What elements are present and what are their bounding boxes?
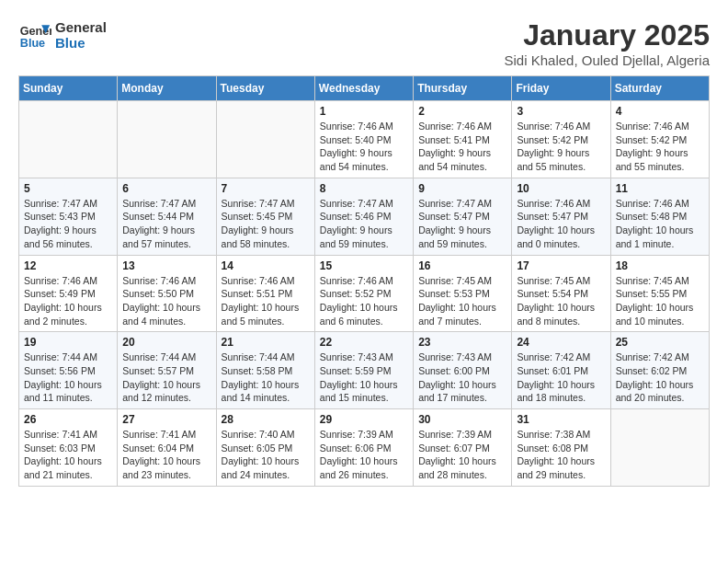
- day-number: 16: [418, 259, 506, 272]
- day-number: 24: [517, 336, 605, 349]
- header-sunday: Sunday: [19, 76, 118, 101]
- logo-line2: Blue: [55, 35, 107, 51]
- day-number: 17: [517, 259, 605, 272]
- header-monday: Monday: [118, 76, 216, 101]
- day-info: Sunrise: 7:47 AMSunset: 5:46 PMDaylight:…: [320, 197, 408, 251]
- calendar-cell: 21Sunrise: 7:44 AMSunset: 5:58 PMDayligh…: [216, 332, 314, 409]
- day-number: 13: [122, 259, 210, 272]
- calendar-cell: 17Sunrise: 7:45 AMSunset: 5:54 PMDayligh…: [512, 255, 610, 332]
- calendar-cell: 7Sunrise: 7:47 AMSunset: 5:45 PMDaylight…: [216, 178, 314, 255]
- calendar-cell: 19Sunrise: 7:44 AMSunset: 5:56 PMDayligh…: [19, 332, 118, 409]
- day-info: Sunrise: 7:43 AMSunset: 5:59 PMDaylight:…: [320, 350, 408, 405]
- day-info: Sunrise: 7:46 AMSunset: 5:49 PMDaylight:…: [24, 274, 112, 328]
- day-number: 31: [517, 413, 605, 426]
- day-number: 23: [418, 336, 506, 349]
- header-tuesday: Tuesday: [216, 76, 314, 101]
- day-info: Sunrise: 7:46 AMSunset: 5:41 PMDaylight:…: [418, 120, 506, 174]
- day-info: Sunrise: 7:47 AMSunset: 5:44 PMDaylight:…: [122, 197, 210, 251]
- day-number: 30: [418, 413, 506, 426]
- day-number: 20: [122, 336, 210, 349]
- calendar-cell: 22Sunrise: 7:43 AMSunset: 5:59 PMDayligh…: [314, 332, 413, 409]
- day-info: Sunrise: 7:45 AMSunset: 5:54 PMDaylight:…: [517, 274, 605, 328]
- header-thursday: Thursday: [414, 76, 512, 101]
- day-info: Sunrise: 7:38 AMSunset: 6:08 PMDaylight:…: [517, 428, 605, 482]
- calendar-cell: 1Sunrise: 7:46 AMSunset: 5:40 PMDaylight…: [314, 101, 413, 178]
- day-number: 11: [616, 182, 704, 195]
- day-info: Sunrise: 7:46 AMSunset: 5:42 PMDaylight:…: [517, 120, 605, 174]
- calendar-cell: 13Sunrise: 7:46 AMSunset: 5:50 PMDayligh…: [118, 255, 216, 332]
- day-number: 27: [122, 413, 210, 426]
- day-number: 19: [24, 336, 112, 349]
- calendar-cell: 20Sunrise: 7:44 AMSunset: 5:57 PMDayligh…: [118, 332, 216, 409]
- day-info: Sunrise: 7:39 AMSunset: 6:07 PMDaylight:…: [418, 428, 506, 482]
- day-number: 5: [24, 182, 112, 195]
- calendar-cell: 28Sunrise: 7:40 AMSunset: 6:05 PMDayligh…: [216, 409, 314, 487]
- calendar-cell: 6Sunrise: 7:47 AMSunset: 5:44 PMDaylight…: [118, 178, 216, 255]
- day-info: Sunrise: 7:44 AMSunset: 5:58 PMDaylight:…: [222, 350, 310, 405]
- calendar-cell: 30Sunrise: 7:39 AMSunset: 6:07 PMDayligh…: [414, 409, 512, 487]
- day-info: Sunrise: 7:45 AMSunset: 5:55 PMDaylight:…: [616, 274, 704, 328]
- logo-line1: General: [55, 19, 107, 35]
- day-info: Sunrise: 7:47 AMSunset: 5:45 PMDaylight:…: [222, 197, 310, 251]
- calendar-cell: 16Sunrise: 7:45 AMSunset: 5:53 PMDayligh…: [414, 255, 512, 332]
- calendar-week-row: 26Sunrise: 7:41 AMSunset: 6:03 PMDayligh…: [19, 409, 710, 487]
- calendar-cell: 27Sunrise: 7:41 AMSunset: 6:04 PMDayligh…: [118, 409, 216, 487]
- day-info: Sunrise: 7:46 AMSunset: 5:50 PMDaylight:…: [122, 274, 210, 328]
- calendar-cell: [19, 101, 118, 178]
- day-number: 18: [616, 259, 704, 272]
- svg-text:Blue: Blue: [20, 37, 45, 50]
- calendar-cell: 3Sunrise: 7:46 AMSunset: 5:42 PMDaylight…: [512, 101, 610, 178]
- calendar-cell: [216, 101, 314, 178]
- day-info: Sunrise: 7:47 AMSunset: 5:47 PMDaylight:…: [418, 197, 506, 251]
- day-info: Sunrise: 7:41 AMSunset: 6:04 PMDaylight:…: [122, 428, 210, 482]
- day-number: 21: [222, 336, 310, 349]
- header: General Blue General Blue January 2025 S…: [18, 18, 710, 68]
- calendar-cell: 15Sunrise: 7:46 AMSunset: 5:52 PMDayligh…: [314, 255, 413, 332]
- calendar-cell: 8Sunrise: 7:47 AMSunset: 5:46 PMDaylight…: [314, 178, 413, 255]
- day-number: 9: [418, 182, 506, 195]
- calendar-cell: 23Sunrise: 7:43 AMSunset: 6:00 PMDayligh…: [414, 332, 512, 409]
- day-number: 1: [320, 105, 408, 118]
- calendar-cell: [118, 101, 216, 178]
- calendar-cell: 9Sunrise: 7:47 AMSunset: 5:47 PMDaylight…: [414, 178, 512, 255]
- calendar-cell: 31Sunrise: 7:38 AMSunset: 6:08 PMDayligh…: [512, 409, 610, 487]
- calendar-cell: 25Sunrise: 7:42 AMSunset: 6:02 PMDayligh…: [610, 332, 709, 409]
- day-info: Sunrise: 7:46 AMSunset: 5:51 PMDaylight:…: [222, 274, 310, 328]
- day-number: 29: [320, 413, 408, 426]
- day-number: 8: [320, 182, 408, 195]
- logo: General Blue General Blue: [18, 18, 107, 52]
- day-number: 3: [517, 105, 605, 118]
- calendar-cell: 18Sunrise: 7:45 AMSunset: 5:55 PMDayligh…: [610, 255, 709, 332]
- day-number: 25: [616, 336, 704, 349]
- day-number: 28: [222, 413, 310, 426]
- calendar-week-row: 1Sunrise: 7:46 AMSunset: 5:40 PMDaylight…: [19, 101, 710, 178]
- calendar-header-row: SundayMondayTuesdayWednesdayThursdayFrid…: [19, 76, 710, 101]
- calendar-cell: 29Sunrise: 7:39 AMSunset: 6:06 PMDayligh…: [314, 409, 413, 487]
- day-info: Sunrise: 7:39 AMSunset: 6:06 PMDaylight:…: [320, 428, 408, 482]
- calendar-table: SundayMondayTuesdayWednesdayThursdayFrid…: [18, 75, 710, 487]
- calendar-cell: 11Sunrise: 7:46 AMSunset: 5:48 PMDayligh…: [610, 178, 709, 255]
- day-number: 14: [222, 259, 310, 272]
- calendar-cell: 10Sunrise: 7:46 AMSunset: 5:47 PMDayligh…: [512, 178, 610, 255]
- logo-icon: General Blue: [18, 18, 51, 52]
- day-number: 6: [122, 182, 210, 195]
- calendar-week-row: 5Sunrise: 7:47 AMSunset: 5:43 PMDaylight…: [19, 178, 710, 255]
- calendar-cell: 12Sunrise: 7:46 AMSunset: 5:49 PMDayligh…: [19, 255, 118, 332]
- day-number: 4: [616, 105, 704, 118]
- day-info: Sunrise: 7:40 AMSunset: 6:05 PMDaylight:…: [222, 428, 310, 482]
- day-info: Sunrise: 7:46 AMSunset: 5:48 PMDaylight:…: [616, 197, 704, 251]
- day-info: Sunrise: 7:44 AMSunset: 5:57 PMDaylight:…: [122, 350, 210, 405]
- calendar-cell: 5Sunrise: 7:47 AMSunset: 5:43 PMDaylight…: [19, 178, 118, 255]
- day-info: Sunrise: 7:42 AMSunset: 6:01 PMDaylight:…: [517, 350, 605, 405]
- day-number: 7: [222, 182, 310, 195]
- calendar-cell: 14Sunrise: 7:46 AMSunset: 5:51 PMDayligh…: [216, 255, 314, 332]
- day-info: Sunrise: 7:47 AMSunset: 5:43 PMDaylight:…: [24, 197, 112, 251]
- header-wednesday: Wednesday: [314, 76, 413, 101]
- day-number: 12: [24, 259, 112, 272]
- calendar-cell: [610, 409, 709, 487]
- day-info: Sunrise: 7:44 AMSunset: 5:56 PMDaylight:…: [24, 350, 112, 405]
- header-friday: Friday: [512, 76, 610, 101]
- day-info: Sunrise: 7:43 AMSunset: 6:00 PMDaylight:…: [418, 350, 506, 405]
- day-number: 2: [418, 105, 506, 118]
- day-info: Sunrise: 7:46 AMSunset: 5:42 PMDaylight:…: [616, 120, 704, 174]
